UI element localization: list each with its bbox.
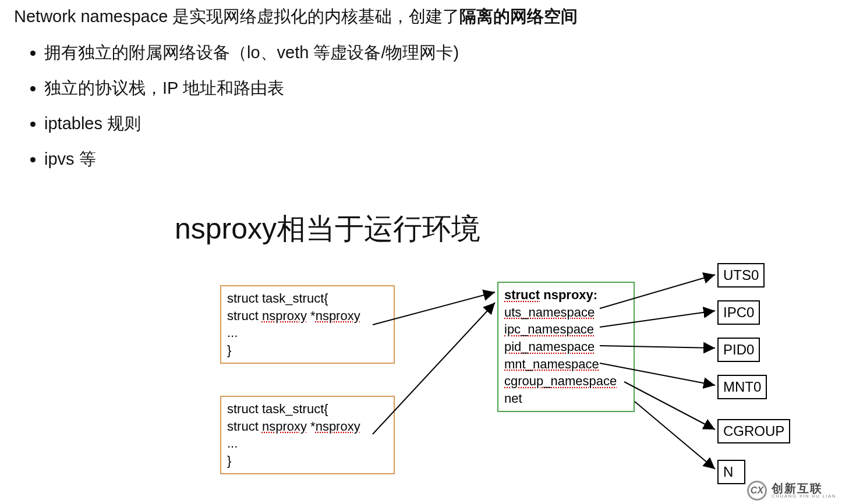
task-struct-box-2: struct task_struct{ struct nsproxy *nspr… [220, 396, 395, 474]
watermark-cn: 创新互联 [772, 482, 836, 494]
watermark-logo-icon: CX [747, 481, 767, 501]
code-line: } [227, 342, 388, 359]
list-item: 独立的协议栈，IP 地址和路由表 [44, 70, 459, 106]
watermark-py: CHUANG XIN HU LIAN [772, 494, 836, 499]
ns-target-net: N [717, 460, 745, 484]
svg-line-4 [600, 346, 715, 348]
watermark-text: 创新互联 CHUANG XIN HU LIAN [772, 482, 836, 499]
diagram-title: nsproxy相当于运行环境 [175, 210, 480, 249]
code-line: ... [227, 324, 388, 342]
nsproxy-title: struct nsproxy: [504, 286, 628, 304]
task-struct-box-1: struct task_struct{ struct nsproxy *nspr… [220, 285, 395, 364]
nsproxy-field: ipc_namespace [504, 321, 628, 338]
svg-line-5 [600, 363, 715, 385]
ns-target-pid: PID0 [717, 338, 760, 362]
list-item: 拥有独立的附属网络设备（lo、veth 等虚设备/物理网卡) [44, 35, 459, 70]
code-line: struct nsproxy *nsproxy [227, 418, 388, 435]
nsproxy-field: cgroup_namespace [504, 372, 628, 390]
code-line: } [227, 452, 388, 470]
watermark: CX 创新互联 CHUANG XIN HU LIAN [747, 481, 836, 501]
intro-line: Network namespace 是实现网络虚拟化的内核基础，创建了隔离的网络… [14, 5, 578, 29]
list-item: ipvs 等 [44, 141, 459, 177]
nsproxy-field: pid_namespace [504, 338, 628, 356]
svg-line-0 [373, 292, 495, 325]
intro-lead: Network namespace 是实现网络虚拟化的内核基础，创建了 [14, 7, 459, 26]
ns-target-ipc: IPC0 [717, 300, 760, 325]
code-line: ... [227, 435, 388, 452]
nsproxy-box: struct nsproxy: uts_namespace ipc_namesp… [497, 282, 635, 412]
svg-line-2 [600, 275, 715, 308]
code-line: struct task_struct{ [227, 400, 388, 418]
code-line: struct nsproxy *nsproxy [227, 307, 388, 325]
nsproxy-field: uts_namespace [504, 304, 628, 321]
ns-target-mnt: MNT0 [717, 375, 767, 399]
svg-line-1 [373, 303, 495, 434]
ns-target-uts: UTS0 [717, 263, 765, 288]
code-line: struct task_struct{ [227, 290, 388, 307]
intro-bold: 隔离的网络空间 [459, 7, 578, 26]
nsproxy-field: net [504, 390, 628, 407]
bullet-list: 拥有独立的附属网络设备（lo、veth 等虚设备/物理网卡) 独立的协议栈，IP… [23, 35, 459, 177]
list-item: iptables 规则 [44, 106, 459, 141]
svg-line-3 [600, 311, 715, 327]
svg-line-7 [635, 402, 715, 469]
ns-target-cgroup: CGROUP [717, 419, 790, 443]
nsproxy-field: mnt_namespace [504, 356, 628, 373]
svg-line-6 [624, 382, 715, 430]
